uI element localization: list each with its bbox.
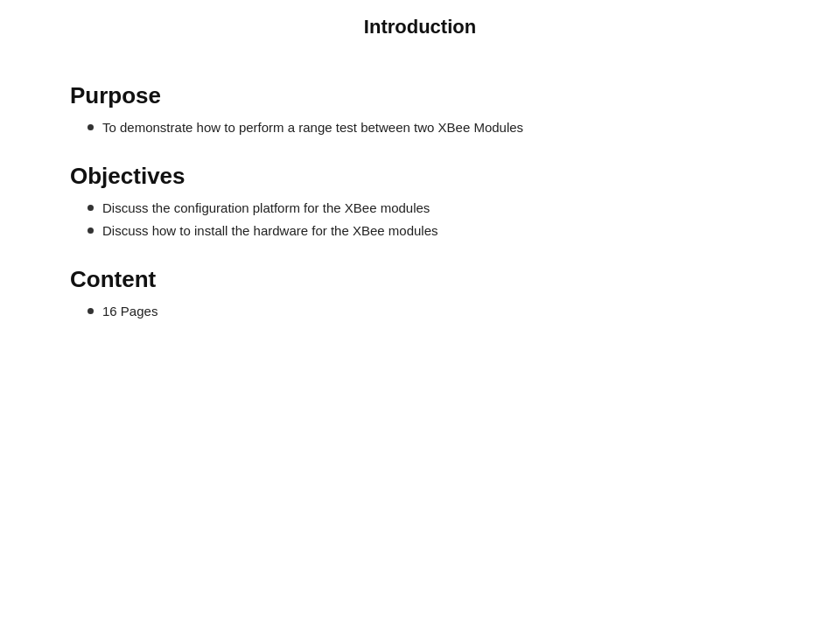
content-area: Purpose To demonstrate how to perform a … <box>0 47 840 381</box>
list-item: Discuss how to install the hardware for … <box>88 221 770 242</box>
section-content: Content 16 Pages <box>70 266 770 322</box>
section-heading-content: Content <box>70 266 770 293</box>
bullet-dot-icon <box>88 124 94 130</box>
bullet-dot-icon <box>88 308 94 314</box>
bullet-dot-icon <box>88 205 94 211</box>
section-heading-objectives: Objectives <box>70 163 770 190</box>
bullet-list-objectives: Discuss the configuration platform for t… <box>70 199 770 242</box>
section-purpose: Purpose To demonstrate how to perform a … <box>70 82 770 138</box>
bullet-list-purpose: To demonstrate how to perform a range te… <box>70 118 770 138</box>
list-item: 16 Pages <box>88 302 770 322</box>
bullet-text: 16 Pages <box>102 302 158 322</box>
page-title: Introduction <box>0 0 840 47</box>
section-heading-purpose: Purpose <box>70 82 770 109</box>
bullet-text: To demonstrate how to perform a range te… <box>102 118 523 138</box>
list-item: Discuss the configuration platform for t… <box>88 199 770 219</box>
bullet-dot-icon <box>88 228 94 234</box>
section-objectives: Objectives Discuss the configuration pla… <box>70 163 770 242</box>
page-container: Introduction Purpose To demonstrate how … <box>0 0 840 630</box>
bullet-list-content: 16 Pages <box>70 302 770 322</box>
bullet-text: Discuss how to install the hardware for … <box>102 221 438 242</box>
list-item: To demonstrate how to perform a range te… <box>88 118 770 138</box>
bullet-text: Discuss the configuration platform for t… <box>102 199 430 219</box>
